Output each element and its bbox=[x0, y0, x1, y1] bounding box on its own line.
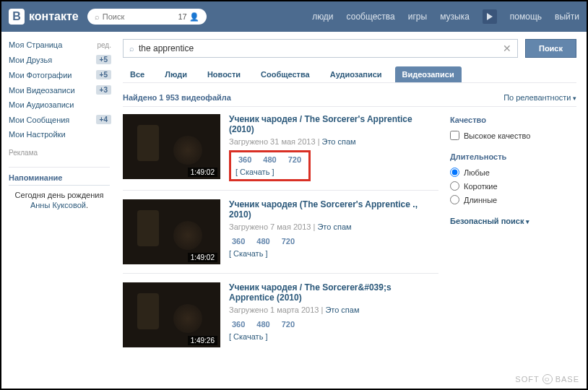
quality-480[interactable]: 480 bbox=[260, 154, 279, 165]
video-item: 1:49:26Ученик чародея / The Sorcerer&#03… bbox=[123, 282, 438, 356]
safe-search-toggle[interactable]: Безопасный поиск bbox=[450, 217, 529, 225]
quality-480[interactable]: 480 bbox=[254, 318, 272, 330]
search-input[interactable] bbox=[139, 43, 503, 53]
sidebar: Моя Страницаред.Мои Друзья+5Мои Фотограф… bbox=[1, 32, 117, 365]
tab-видеозаписи[interactable]: Видеозаписи bbox=[395, 66, 462, 82]
sidebar-item-1[interactable]: Мои Друзья+5 bbox=[9, 52, 117, 67]
video-duration: 1:49:02 bbox=[188, 253, 217, 262]
sidebar-item-label: Моя Страница bbox=[9, 40, 62, 49]
duration-radio[interactable] bbox=[450, 195, 459, 204]
sidebar-badge[interactable]: +5 bbox=[96, 55, 111, 64]
sort-dropdown[interactable]: По релевантности bbox=[503, 93, 576, 102]
search-box[interactable]: ⌕ ✕ bbox=[123, 39, 518, 58]
clear-icon[interactable]: ✕ bbox=[503, 43, 511, 54]
reminder-block: Напоминание Сегодня день рождения Анны К… bbox=[9, 167, 110, 210]
logo[interactable]: В контакте bbox=[9, 9, 79, 25]
tab-все[interactable]: Все bbox=[123, 66, 152, 82]
sidebar-item-label: Мои Аудиозаписи bbox=[9, 100, 74, 109]
top-search-input[interactable] bbox=[103, 12, 175, 21]
sidebar-item-label: Мои Видеозаписи bbox=[9, 86, 75, 95]
duration-radio[interactable] bbox=[450, 168, 459, 177]
tab-аудиозаписи[interactable]: Аудиозаписи bbox=[323, 66, 389, 82]
nav-help[interactable]: помощь bbox=[510, 12, 542, 22]
download-link[interactable]: [ Скачать ] bbox=[229, 332, 438, 341]
filter-duration-title: Длительность bbox=[450, 152, 576, 161]
sidebar-item-2[interactable]: Мои Фотографии+5 bbox=[9, 67, 117, 82]
filter-quality-title: Качество bbox=[450, 116, 576, 124]
main-content: ⌕ ✕ Поиск ВсеЛюдиНовостиСообществаАудиоз… bbox=[117, 32, 587, 365]
filters-panel: Качество Высокое качество Длительность Л… bbox=[450, 114, 576, 365]
logo-text: контакте bbox=[29, 10, 79, 23]
duration-radio[interactable] bbox=[450, 181, 459, 191]
top-search[interactable]: ⌕ 17 👤 bbox=[87, 9, 207, 25]
video-item: 1:49:02Ученик чародея (The Sorcerer's Ap… bbox=[123, 199, 438, 274]
sidebar-item-label: Мои Настройки bbox=[9, 130, 66, 139]
logo-icon: В bbox=[9, 9, 25, 25]
quality-360[interactable]: 360 bbox=[235, 154, 254, 165]
quality-480[interactable]: 480 bbox=[254, 235, 272, 247]
sidebar-item-label: Мои Друзья bbox=[9, 56, 52, 64]
nav-logout[interactable]: выйти bbox=[555, 12, 579, 22]
quality-360[interactable]: 360 bbox=[229, 235, 248, 247]
spam-link[interactable]: Это спам bbox=[317, 222, 351, 231]
reminder-text: Сегодня день рождения Анны Куксовой. bbox=[9, 190, 110, 210]
video-meta: Загружено 7 мая 2013 | Это спам bbox=[229, 222, 438, 231]
play-icon[interactable] bbox=[483, 9, 497, 24]
spam-link[interactable]: Это спам bbox=[325, 306, 359, 314]
duration-option-1[interactable]: Короткие bbox=[450, 179, 576, 193]
tab-новости[interactable]: Новости bbox=[200, 66, 248, 82]
video-meta: Загружено 1 марта 2013 | Это спам bbox=[229, 306, 438, 314]
duration-option-2[interactable]: Длинные bbox=[450, 193, 576, 207]
video-item: 1:49:02Ученик чародея / The Sorcerer's A… bbox=[123, 114, 438, 191]
nav-music[interactable]: музыка bbox=[440, 12, 470, 22]
search-button[interactable]: Поиск bbox=[525, 39, 576, 58]
search-tabs: ВсеЛюдиНовостиСообществаАудиозаписиВидео… bbox=[123, 66, 576, 83]
video-thumbnail[interactable]: 1:49:02 bbox=[123, 199, 220, 264]
sidebar-badge[interactable]: +5 bbox=[96, 70, 111, 79]
sidebar-edit-link[interactable]: ред. bbox=[97, 41, 111, 49]
quality-360[interactable]: 360 bbox=[229, 318, 248, 330]
video-list: 1:49:02Ученик чародея / The Sorcerer's A… bbox=[123, 114, 438, 365]
sidebar-item-label: Мои Сообщения bbox=[9, 116, 69, 124]
video-duration: 1:49:02 bbox=[188, 168, 217, 177]
notification-count[interactable]: 17 bbox=[178, 12, 186, 21]
quality-720[interactable]: 720 bbox=[285, 154, 304, 165]
quality-720[interactable]: 720 bbox=[279, 318, 298, 330]
download-link[interactable]: [ Скачать ] bbox=[235, 168, 304, 176]
spam-link[interactable]: Это спам bbox=[322, 137, 356, 146]
sidebar-item-3[interactable]: Мои Видеозаписи+3 bbox=[9, 82, 117, 98]
nav-games[interactable]: игры bbox=[408, 12, 427, 22]
sidebar-item-label: Мои Фотографии bbox=[9, 71, 72, 79]
sidebar-item-6[interactable]: Мои Настройки bbox=[9, 127, 117, 142]
hd-checkbox-input[interactable] bbox=[450, 131, 459, 140]
reminder-title: Напоминание bbox=[9, 173, 110, 186]
results-count: Найдено 1 953 видеофайла bbox=[123, 93, 231, 102]
nav-communities[interactable]: сообщества bbox=[347, 12, 395, 22]
video-thumbnail[interactable]: 1:49:26 bbox=[123, 282, 220, 347]
watermark: SOFT O BASE bbox=[515, 374, 579, 384]
sidebar-badge[interactable]: +4 bbox=[96, 115, 111, 124]
sidebar-badge[interactable]: +3 bbox=[96, 85, 111, 95]
reminder-link[interactable]: Анны Куксовой bbox=[30, 201, 86, 209]
sidebar-item-5[interactable]: Мои Сообщения+4 bbox=[9, 112, 117, 127]
video-duration: 1:49:26 bbox=[188, 336, 217, 345]
sidebar-item-0[interactable]: Моя Страницаред. bbox=[9, 38, 117, 52]
tab-сообщества[interactable]: Сообщества bbox=[254, 66, 317, 82]
ad-label: Реклама bbox=[9, 142, 117, 161]
top-nav: люди сообщества игры музыка помощь выйти bbox=[312, 9, 579, 24]
quality-720[interactable]: 720 bbox=[279, 235, 298, 247]
tab-люди[interactable]: Люди bbox=[157, 66, 194, 82]
download-link[interactable]: [ Скачать ] bbox=[229, 249, 438, 258]
video-title[interactable]: Ученик чародея / The Sorcerer&#039;s App… bbox=[229, 282, 438, 303]
video-meta: Загружено 31 мая 2013 | Это спам bbox=[229, 137, 438, 146]
video-title[interactable]: Ученик чародея (The Sorcerer's Apprentic… bbox=[229, 199, 438, 220]
filter-hd-checkbox[interactable]: Высокое качество bbox=[450, 129, 576, 142]
highlighted-box: 360480720[ Скачать ] bbox=[229, 150, 311, 181]
video-thumbnail[interactable]: 1:49:02 bbox=[123, 114, 220, 179]
duration-option-0[interactable]: Любые bbox=[450, 165, 576, 179]
search-icon: ⌕ bbox=[95, 12, 100, 21]
person-icon: 👤 bbox=[189, 12, 199, 22]
video-title[interactable]: Ученик чародея / The Sorcerer's Apprenti… bbox=[229, 114, 438, 134]
sidebar-item-4[interactable]: Мои Аудиозаписи bbox=[9, 98, 117, 112]
nav-people[interactable]: люди bbox=[312, 12, 333, 22]
